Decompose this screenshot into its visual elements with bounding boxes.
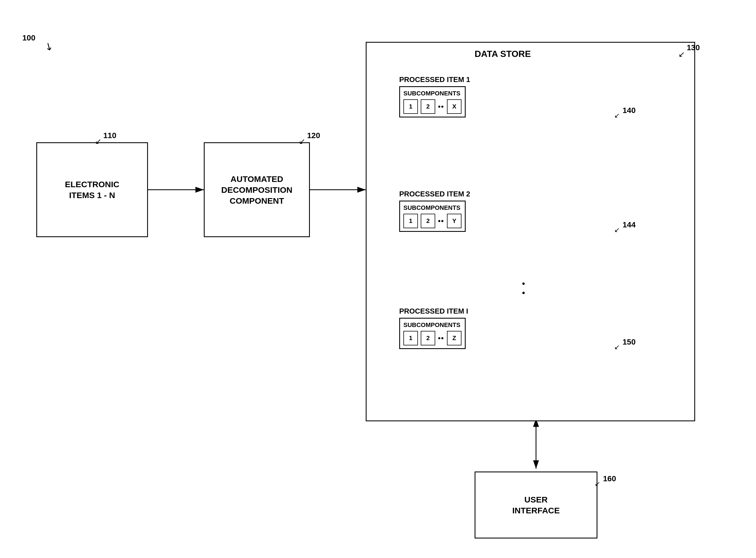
ref-150-label: 150	[623, 337, 636, 347]
ref-100-arrow: ↘	[43, 39, 55, 53]
ref-140-label: 140	[623, 106, 636, 115]
ref-144-label: 144	[623, 221, 636, 229]
ref-120-curve: ↙	[299, 137, 305, 146]
ref-100-label: 100	[22, 33, 35, 43]
subcomp-2-item-y: Y	[447, 214, 461, 228]
subcomp-2-item-2: 2	[421, 214, 435, 228]
ref-120-label: 120	[307, 131, 320, 140]
subcomp-2-label: SUBCOMPONENTS	[404, 204, 461, 211]
processed-item-i-group: PROCESSED ITEM I SUBCOMPONENTS 1 2 •• Z	[399, 307, 468, 349]
subcomp-3-item-2: 2	[421, 331, 435, 346]
electronic-items-box: ELECTRONIC ITEMS 1 - N	[36, 142, 148, 237]
vertical-dots: ••	[522, 279, 525, 298]
user-interface-box: USER INTERFACE	[474, 472, 598, 538]
diagram-container: 100 ↘ ELECTRONIC ITEMS 1 - N 110 ↙ AUTOM…	[0, 0, 756, 558]
ref-130-label: 130	[687, 43, 700, 52]
ref-144-curve: ↙	[614, 226, 620, 234]
subcomp-2-item-1: 1	[404, 214, 418, 228]
ref-110-label: 110	[103, 131, 116, 140]
processed-item-1-title: PROCESSED ITEM 1	[399, 75, 470, 84]
processed-item-i-title: PROCESSED ITEM I	[399, 307, 468, 315]
subcomp-3-item-1: 1	[404, 331, 418, 346]
ref-150-curve: ↙	[614, 343, 620, 351]
ref-160-label: 160	[603, 474, 616, 483]
subcomp-3-dots: ••	[438, 334, 444, 343]
subcomp-3-box: SUBCOMPONENTS 1 2 •• Z	[399, 318, 466, 349]
user-interface-label: USER INTERFACE	[512, 494, 560, 516]
ref-130-curve: ↙	[678, 50, 685, 59]
subcomp-3-items: 1 2 •• Z	[404, 331, 461, 346]
ref-140-curve: ↙	[614, 111, 620, 120]
subcomp-1-item-2: 2	[421, 99, 435, 114]
subcomp-2-box: SUBCOMPONENTS 1 2 •• Y	[399, 201, 466, 232]
subcomp-1-item-x: X	[447, 99, 461, 114]
subcomp-1-label: SUBCOMPONENTS	[404, 90, 461, 97]
subcomp-1-item-1: 1	[404, 99, 418, 114]
processed-item-2-title: PROCESSED ITEM 2	[399, 190, 470, 198]
subcomp-2-dots: ••	[438, 217, 444, 225]
subcomp-1-dots: ••	[438, 102, 444, 111]
automated-decomp-label: AUTOMATED DECOMPOSITION COMPONENT	[221, 174, 292, 206]
subcomp-1-items: 1 2 •• X	[404, 99, 461, 114]
subcomp-2-items: 1 2 •• Y	[404, 214, 461, 228]
subcomp-3-item-z: Z	[447, 331, 461, 346]
ref-110-curve: ↙	[95, 137, 101, 146]
subcomp-3-label: SUBCOMPONENTS	[404, 322, 461, 329]
processed-item-2-group: PROCESSED ITEM 2 SUBCOMPONENTS 1 2 •• Y	[399, 190, 470, 232]
subcomp-1-box: SUBCOMPONENTS 1 2 •• X	[399, 86, 466, 118]
electronic-items-label: ELECTRONIC ITEMS 1 - N	[65, 179, 120, 201]
automated-decomp-box: AUTOMATED DECOMPOSITION COMPONENT	[204, 142, 310, 237]
processed-item-1-group: PROCESSED ITEM 1 SUBCOMPONENTS 1 2 •• X	[399, 75, 470, 118]
ref-160-curve: ↙	[595, 480, 600, 488]
data-store-title: DATA STORE	[474, 49, 531, 59]
